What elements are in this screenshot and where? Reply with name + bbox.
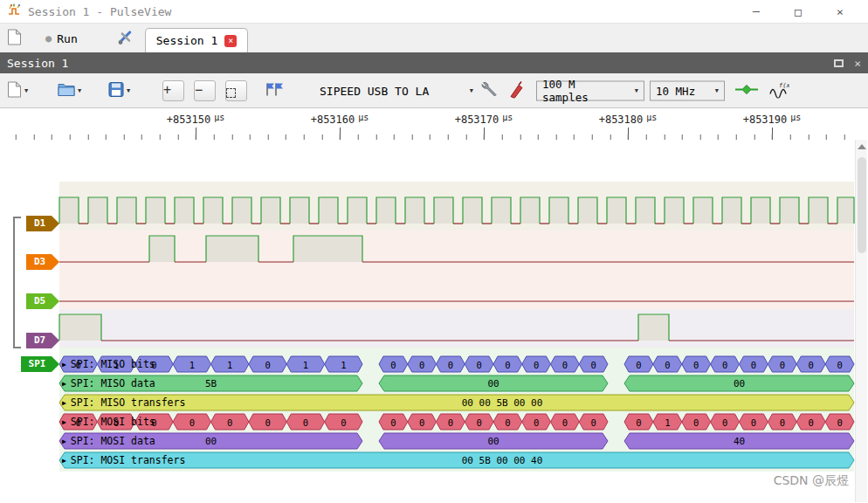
- svg-text:0: 0: [636, 360, 641, 370]
- svg-text:0: 0: [227, 417, 232, 428]
- select-channels-button[interactable]: [508, 80, 524, 100]
- device-name: SIPEED USB TO LA: [320, 84, 429, 97]
- svg-text:0: 0: [476, 360, 481, 370]
- decoder-row-label[interactable]: ▶SPI: MISO bits: [62, 358, 155, 371]
- sample-rate-select[interactable]: 10 MHz ▼: [650, 80, 725, 100]
- chevron-down-icon: ▼: [715, 87, 719, 94]
- svg-text:1: 1: [341, 360, 346, 370]
- open-button[interactable]: ▼: [58, 82, 81, 99]
- svg-text:0: 0: [562, 360, 568, 370]
- close-button[interactable]: ×: [819, 5, 861, 18]
- svg-text:0: 0: [303, 417, 308, 428]
- chevron-down-icon[interactable]: ▼: [78, 87, 81, 94]
- zoom-fit-button[interactable]: [225, 80, 247, 101]
- ruler-label: +853190μs: [743, 114, 802, 126]
- decoder-label-SPI[interactable]: SPI: [21, 356, 59, 372]
- window-title: Session 1 - PulseView: [28, 5, 171, 18]
- tab-close-icon[interactable]: ×: [224, 35, 237, 47]
- cursor-flags-icon: [264, 81, 285, 100]
- decoder-row-label[interactable]: ▶SPI: MOSI data: [62, 435, 155, 448]
- svg-text:40: 40: [734, 436, 745, 447]
- vertical-scrollbar[interactable]: [855, 140, 867, 502]
- svg-text:00: 00: [487, 436, 499, 447]
- svg-text:0: 0: [837, 417, 842, 428]
- decoder-row-label[interactable]: ▶SPI: MOSI bits: [62, 416, 155, 429]
- new-view-button[interactable]: ▼: [7, 80, 28, 100]
- settings-button[interactable]: [117, 28, 134, 48]
- chevron-down-icon[interactable]: ▼: [24, 87, 28, 94]
- zoom-fit-icon: [226, 88, 236, 98]
- svg-text:0: 0: [189, 417, 195, 428]
- run-state-icon: ●: [45, 32, 52, 45]
- scroll-up-icon[interactable]: [858, 144, 866, 149]
- pulseview-window: Session 1 - PulseView ─ □ × ● Run: [0, 0, 868, 503]
- svg-text:0: 0: [693, 417, 699, 428]
- probe-icon: [508, 80, 524, 100]
- svg-text:0: 0: [505, 417, 510, 428]
- panel-close-icon[interactable]: ×: [854, 57, 861, 70]
- math-signal-icon: f(x): [768, 80, 789, 100]
- minimize-button[interactable]: ─: [735, 5, 777, 18]
- svg-text:0: 0: [780, 417, 785, 428]
- session-panel-header: Session 1 ×: [0, 52, 868, 73]
- svg-text:0: 0: [265, 360, 270, 370]
- main-toolbar: ▼ ▼ ▼ + − SIPEED USB TO LA ▼: [0, 73, 868, 108]
- show-cursors-button[interactable]: [264, 81, 285, 100]
- svg-text:0: 0: [341, 417, 346, 428]
- configure-device-button[interactable]: [480, 80, 498, 100]
- svg-text:0: 0: [590, 360, 596, 370]
- wrench-icon: [480, 80, 498, 100]
- svg-text:0: 0: [590, 417, 596, 428]
- svg-text:0: 0: [722, 417, 727, 428]
- run-label: Run: [57, 31, 77, 45]
- new-session-button[interactable]: [7, 28, 22, 48]
- scrollbar-thumb[interactable]: [858, 157, 866, 253]
- ruler-label: +853180μs: [599, 114, 658, 126]
- ruler-label: +853160μs: [311, 114, 369, 126]
- svg-text:00: 00: [205, 436, 217, 447]
- svg-text:1: 1: [227, 360, 232, 370]
- svg-text:0: 0: [476, 417, 481, 428]
- svg-text:0: 0: [751, 417, 756, 428]
- decoder-row-label[interactable]: ▶SPI: MISO transfers: [62, 396, 185, 410]
- svg-text:0: 0: [448, 360, 453, 370]
- watermark: CSDN @辰煜: [774, 473, 849, 489]
- svg-text:0: 0: [265, 417, 270, 428]
- sample-count-select[interactable]: 100 M samples ▼: [536, 80, 644, 100]
- ruler-label: +853150μs: [167, 114, 225, 126]
- trace-area: 0101101100000000000000005B000000 00 5B 0…: [0, 108, 868, 503]
- device-select[interactable]: SIPEED USB TO LA ▼: [320, 84, 473, 97]
- chevron-down-icon[interactable]: ▼: [127, 87, 130, 94]
- zoom-in-button[interactable]: +: [162, 80, 184, 101]
- svg-text:00: 00: [487, 378, 499, 389]
- sample-rate-value: 10 MHz: [656, 84, 695, 97]
- svg-text:0: 0: [534, 360, 539, 370]
- svg-text:0: 0: [505, 360, 510, 370]
- session-toolbar: ● Run Session 1 ×: [0, 23, 868, 52]
- svg-text:0: 0: [809, 360, 814, 370]
- tab-session-1[interactable]: Session 1 ×: [145, 28, 248, 52]
- save-button[interactable]: ▼: [108, 81, 130, 100]
- svg-text:0: 0: [534, 417, 539, 428]
- svg-text:0: 0: [448, 417, 453, 428]
- maximize-button[interactable]: □: [777, 5, 819, 18]
- decoder-row-label[interactable]: ▶SPI: MISO data: [62, 377, 155, 390]
- open-folder-icon: [58, 82, 75, 99]
- run-button[interactable]: ● Run: [45, 31, 78, 45]
- float-panel-icon[interactable]: [834, 59, 844, 67]
- tools-icon: [117, 28, 134, 48]
- save-icon: [108, 81, 124, 100]
- decoder-row-label[interactable]: ▶SPI: MOSI transfers: [62, 454, 185, 467]
- panel-title: Session 1: [7, 57, 68, 70]
- svg-text:00: 00: [734, 378, 745, 389]
- channel-group-bracket: [13, 217, 21, 348]
- zoom-out-button[interactable]: −: [194, 80, 216, 101]
- decoder-tag-icon: [735, 83, 758, 98]
- add-math-signal-button[interactable]: f(x): [768, 80, 789, 100]
- pulseview-logo-icon: [7, 3, 21, 20]
- chevron-down-icon: ▼: [470, 87, 473, 94]
- svg-text:0: 0: [390, 417, 396, 428]
- chevron-down-icon: ▼: [635, 87, 638, 94]
- add-decoder-button[interactable]: [735, 83, 758, 98]
- svg-text:00 5B 00 00 40: 00 5B 00 00 40: [462, 455, 543, 466]
